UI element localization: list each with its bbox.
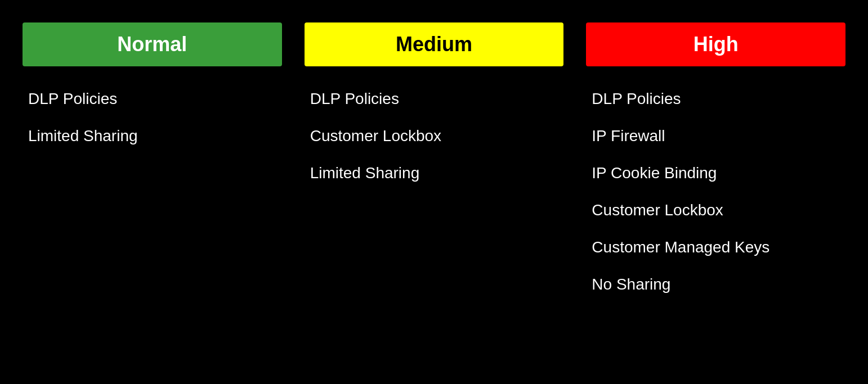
badge-normal: Normal xyxy=(23,22,282,66)
list-item: DLP Policies xyxy=(28,83,282,115)
list-item: IP Cookie Binding xyxy=(592,157,845,189)
column-medium: MediumDLP PoliciesCustomer LockboxLimite… xyxy=(293,22,575,373)
badge-high: High xyxy=(586,22,845,66)
list-item: Customer Lockbox xyxy=(310,120,564,152)
list-item: Limited Sharing xyxy=(28,120,282,152)
list-item: DLP Policies xyxy=(592,83,845,115)
item-list-normal: DLP PoliciesLimited Sharing xyxy=(23,83,282,152)
list-item: Customer Lockbox xyxy=(592,195,845,226)
list-item: Limited Sharing xyxy=(310,157,564,189)
column-high: HighDLP PoliciesIP FirewallIP Cookie Bin… xyxy=(575,22,857,373)
list-item: Customer Managed Keys xyxy=(592,232,845,263)
list-item: DLP Policies xyxy=(310,83,564,115)
item-list-medium: DLP PoliciesCustomer LockboxLimited Shar… xyxy=(305,83,564,189)
badge-medium: Medium xyxy=(305,22,564,66)
column-normal: NormalDLP PoliciesLimited Sharing xyxy=(11,22,293,373)
list-item: No Sharing xyxy=(592,269,845,300)
main-container: NormalDLP PoliciesLimited SharingMediumD… xyxy=(0,0,868,384)
list-item: IP Firewall xyxy=(592,120,845,152)
item-list-high: DLP PoliciesIP FirewallIP Cookie Binding… xyxy=(586,83,845,300)
